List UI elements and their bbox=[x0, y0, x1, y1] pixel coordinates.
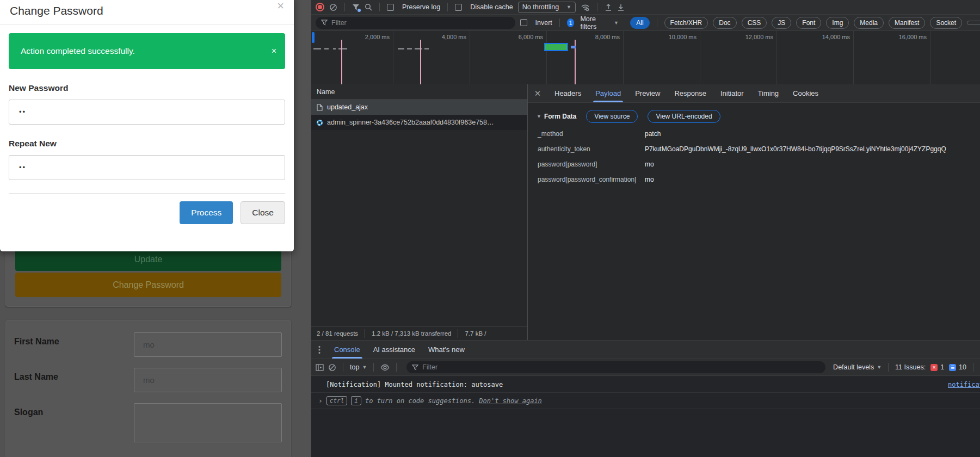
tab-console[interactable]: Console bbox=[328, 341, 367, 359]
timeline-gridline bbox=[393, 31, 393, 84]
view-urlencoded-button[interactable]: View URL-encoded bbox=[648, 110, 720, 123]
network-activity-dash bbox=[424, 48, 429, 50]
network-overview-timeline[interactable]: 2,000 ms 4,000 ms 6,000 ms 8,000 ms 10,0… bbox=[311, 31, 980, 85]
more-tools-icon[interactable] bbox=[311, 345, 328, 354]
form-data-row: password[password_confirmation] mo bbox=[528, 176, 980, 184]
form-data-key: _method bbox=[538, 130, 645, 138]
details-tab-bar: ✕ Headers Payload Preview Response Initi… bbox=[528, 84, 980, 103]
update-button[interactable]: Update bbox=[15, 248, 281, 271]
timeline-tick-label: 2,000 ms bbox=[343, 34, 390, 40]
view-source-button[interactable]: View source bbox=[586, 110, 638, 123]
throttling-select[interactable]: No throttling▼ bbox=[518, 2, 576, 13]
document-icon bbox=[317, 104, 323, 111]
import-har-icon[interactable] bbox=[605, 3, 612, 11]
console-tab-bar: Console AI assistance What's new bbox=[311, 341, 980, 359]
console-message[interactable]: [Notification] Mounted notification: aut… bbox=[311, 376, 980, 393]
console-filter-placeholder: Filter bbox=[422, 363, 437, 371]
log-levels-select[interactable]: Default levels▼ bbox=[833, 363, 882, 371]
tab-whats-new[interactable]: What's new bbox=[422, 341, 471, 359]
tab-payload[interactable]: Payload bbox=[588, 84, 628, 102]
tab-timing[interactable]: Timing bbox=[751, 84, 786, 102]
issues-counter[interactable]: 11 Issues: ✕ 1 ☰ 10 bbox=[895, 363, 966, 371]
preserve-log-checkbox[interactable] bbox=[387, 4, 394, 11]
load-event-line bbox=[420, 40, 421, 84]
tab-cookies[interactable]: Cookies bbox=[786, 84, 825, 102]
issue-error-icon: ✕ bbox=[930, 364, 938, 371]
filter-icon[interactable] bbox=[352, 4, 360, 11]
repeat-new-label: Repeat New bbox=[9, 139, 285, 149]
tab-initiator[interactable]: Initiator bbox=[713, 84, 751, 102]
network-filter-input[interactable]: Filter bbox=[316, 17, 515, 29]
expand-arrow-icon[interactable]: › bbox=[318, 397, 323, 405]
modal-header: Change Password × bbox=[0, 0, 294, 24]
network-activity-dash bbox=[407, 48, 412, 50]
dont-show-again-link[interactable]: Don't show again bbox=[479, 397, 542, 405]
tab-headers[interactable]: Headers bbox=[547, 84, 588, 102]
timeline-gridline bbox=[930, 31, 930, 84]
tab-preview[interactable]: Preview bbox=[628, 84, 667, 102]
console-drawer: Console AI assistance What's new top▼ Fi… bbox=[311, 340, 980, 457]
disable-cache-checkbox[interactable] bbox=[455, 4, 462, 11]
resource-chip-css[interactable]: CSS bbox=[742, 17, 767, 29]
network-activity-dash bbox=[333, 48, 336, 50]
first-name-input[interactable]: mo bbox=[134, 332, 282, 357]
web-page-background: Update Change Password First Name mo Las… bbox=[0, 0, 311, 457]
selected-request-bar[interactable] bbox=[545, 44, 567, 50]
new-password-input[interactable]: •• bbox=[9, 100, 285, 125]
resource-chip-media[interactable]: Media bbox=[854, 17, 884, 29]
console-hint-message[interactable]: › ctrl i to turn on code suggestions. Do… bbox=[311, 393, 980, 409]
console-sidebar-toggle-icon[interactable] bbox=[316, 364, 324, 371]
more-filters-caret-icon[interactable]: ▼ bbox=[614, 20, 619, 26]
details-close-icon[interactable]: ✕ bbox=[528, 89, 547, 98]
resource-chip-js[interactable]: JS bbox=[772, 17, 791, 29]
request-name: admin_spinner-3a436ce752b2aaaf0dd4830f96… bbox=[327, 119, 494, 126]
resource-chip-socket[interactable]: Socket bbox=[930, 17, 962, 29]
name-column-header[interactable]: Name bbox=[311, 84, 527, 100]
timeline-selection-handle[interactable] bbox=[312, 32, 315, 43]
load-event-line bbox=[341, 40, 342, 84]
resource-chip-manifest[interactable]: Manifest bbox=[889, 17, 925, 29]
process-button[interactable]: Process bbox=[180, 201, 233, 224]
timeline-tick-label: 6,000 ms bbox=[496, 34, 543, 40]
repeat-new-input[interactable]: •• bbox=[9, 155, 285, 180]
timeline-gridline bbox=[776, 31, 777, 84]
console-source-link[interactable]: notificat bbox=[948, 381, 980, 388]
resource-chip-clipped[interactable] bbox=[967, 21, 980, 25]
new-password-label: New Password bbox=[9, 83, 285, 93]
console-filter-input[interactable]: Filter bbox=[406, 361, 825, 373]
more-filters-label[interactable]: More filters bbox=[580, 15, 609, 30]
slogan-textarea[interactable] bbox=[134, 403, 282, 442]
resource-chip-img[interactable]: Img bbox=[826, 17, 849, 29]
resource-chip-font[interactable]: Font bbox=[796, 17, 821, 29]
request-row-admin-spinner[interactable]: admin_spinner-3a436ce752b2aaaf0dd4830f96… bbox=[311, 115, 527, 130]
close-button[interactable]: Close bbox=[241, 201, 285, 224]
request-row-updated-ajax[interactable]: updated_ajax bbox=[311, 100, 527, 115]
tab-response[interactable]: Response bbox=[667, 84, 713, 102]
network-conditions-icon[interactable] bbox=[581, 3, 590, 11]
resource-chip-all[interactable]: All bbox=[630, 17, 649, 29]
timeline-tick-label: 4,000 ms bbox=[420, 34, 466, 40]
last-name-input[interactable]: mo bbox=[134, 368, 282, 392]
export-har-icon[interactable] bbox=[617, 3, 625, 11]
request-details-pane: ✕ Headers Payload Preview Response Initi… bbox=[527, 84, 980, 340]
modal-close-icon[interactable]: × bbox=[277, 0, 284, 12]
network-activity-dash bbox=[313, 48, 321, 50]
clear-console-icon[interactable] bbox=[328, 363, 336, 372]
record-icon[interactable] bbox=[316, 3, 324, 11]
clear-icon[interactable] bbox=[329, 3, 337, 11]
search-icon[interactable] bbox=[365, 3, 372, 11]
change-password-button[interactable]: Change Password bbox=[15, 273, 281, 297]
resource-chip-fetchxhr[interactable]: Fetch/XHR bbox=[664, 17, 708, 29]
timeline-gridline bbox=[546, 31, 547, 84]
tab-ai-assistance[interactable]: AI assistance bbox=[367, 341, 422, 359]
live-expression-eye-icon[interactable] bbox=[380, 364, 390, 371]
resource-chip-doc[interactable]: Doc bbox=[713, 17, 736, 29]
alert-close-icon[interactable]: × bbox=[272, 46, 276, 56]
slogan-label: Slogan bbox=[14, 407, 43, 417]
modal-title: Change Password bbox=[10, 4, 103, 17]
invert-checkbox[interactable] bbox=[520, 19, 527, 26]
context-selector[interactable]: top▼ bbox=[350, 363, 367, 371]
form-data-section-toggle[interactable]: ▼ Form Data bbox=[537, 113, 576, 120]
timeline-gridline bbox=[853, 31, 854, 84]
last-name-label: Last Name bbox=[14, 372, 58, 382]
